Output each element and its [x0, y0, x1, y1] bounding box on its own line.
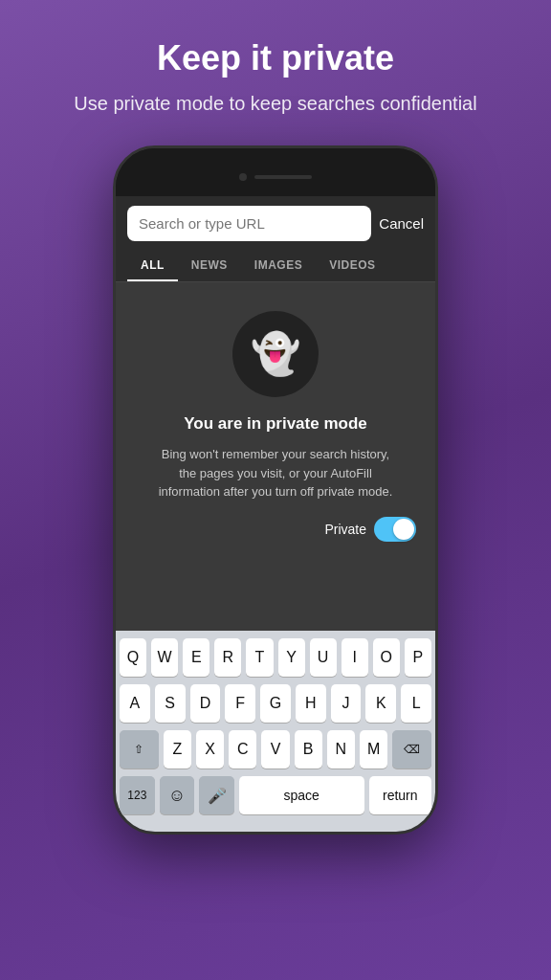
keyboard-row-3: ⇧ Z X C V B N M ⌫ [120, 730, 431, 768]
key-q[interactable]: Q [120, 638, 146, 677]
private-toggle[interactable] [374, 517, 416, 542]
key-d[interactable]: D [190, 684, 221, 723]
private-label: Private [324, 522, 366, 537]
key-x[interactable]: X [196, 730, 224, 768]
tab-news[interactable]: NEWS [178, 251, 241, 281]
tab-images[interactable]: IMAGES [241, 251, 316, 281]
key-backspace[interactable]: ⌫ [392, 730, 431, 768]
key-space[interactable]: space [239, 776, 364, 814]
key-s[interactable]: S [155, 684, 186, 723]
page-subtitle: Use private mode to keep searches confid… [74, 90, 476, 117]
ghost-circle: 👻 [232, 311, 319, 397]
speaker-bar [254, 175, 312, 179]
cancel-button[interactable]: Cancel [379, 215, 424, 232]
page-title: Keep it private [74, 38, 476, 78]
private-mode-title: You are in private mode [184, 414, 366, 434]
key-shift[interactable]: ⇧ [120, 730, 159, 768]
camera-dot [239, 173, 247, 181]
toggle-knob [393, 519, 414, 540]
key-e[interactable]: E [183, 638, 209, 677]
private-mode-description: Bing won't remember your search history,… [151, 445, 400, 501]
private-mode-content: 👻 You are in private mode Bing won't rem… [116, 282, 435, 631]
keyboard-row-2: A S D F G H J K L [120, 684, 431, 723]
key-p[interactable]: P [405, 638, 431, 677]
key-c[interactable]: C [229, 730, 256, 768]
ghost-icon: 👻 [251, 334, 300, 374]
search-bar-area: Cancel [116, 196, 435, 251]
key-a[interactable]: A [120, 684, 150, 723]
key-h[interactable]: H [296, 684, 326, 723]
key-123[interactable]: 123 [120, 776, 155, 814]
tab-bar: ALL NEWS IMAGES VIDEOS [116, 251, 435, 282]
key-n[interactable]: N [327, 730, 355, 768]
keyboard-row-4: 123 ☺ 🎤 space return [120, 776, 431, 820]
keyboard-row-1: Q W E R T Y U I O P [120, 638, 431, 677]
key-l[interactable]: L [401, 684, 431, 723]
key-z[interactable]: Z [164, 730, 191, 768]
key-v[interactable]: V [261, 730, 289, 768]
tab-videos[interactable]: VIDEOS [316, 251, 388, 281]
key-g[interactable]: G [260, 684, 291, 723]
key-u[interactable]: U [310, 638, 337, 677]
key-o[interactable]: O [373, 638, 400, 677]
key-w[interactable]: W [151, 638, 178, 677]
keyboard: Q W E R T Y U I O P A S D F G [116, 631, 435, 832]
key-j[interactable]: J [331, 684, 362, 723]
key-emoji[interactable]: ☺ [160, 776, 195, 814]
key-i[interactable]: I [342, 638, 368, 677]
key-mic[interactable]: 🎤 [199, 776, 234, 814]
key-f[interactable]: F [225, 684, 255, 723]
phone-notch [116, 148, 435, 196]
key-t[interactable]: T [246, 638, 273, 677]
key-k[interactable]: K [365, 684, 396, 723]
key-m[interactable]: M [360, 730, 387, 768]
search-input[interactable] [127, 206, 371, 241]
key-y[interactable]: Y [278, 638, 305, 677]
phone-mockup: Cancel ALL NEWS IMAGES VIDEOS 👻 You are … [113, 145, 438, 835]
phone-body: Cancel ALL NEWS IMAGES VIDEOS 👻 You are … [113, 145, 438, 835]
private-toggle-row: Private [135, 501, 416, 542]
key-r[interactable]: R [214, 638, 241, 677]
tab-all[interactable]: ALL [127, 251, 178, 281]
phone-screen: Cancel ALL NEWS IMAGES VIDEOS 👻 You are … [116, 196, 435, 832]
header-section: Keep it private Use private mode to keep… [45, 0, 505, 136]
key-b[interactable]: B [295, 730, 322, 768]
key-return[interactable]: return [369, 776, 431, 814]
